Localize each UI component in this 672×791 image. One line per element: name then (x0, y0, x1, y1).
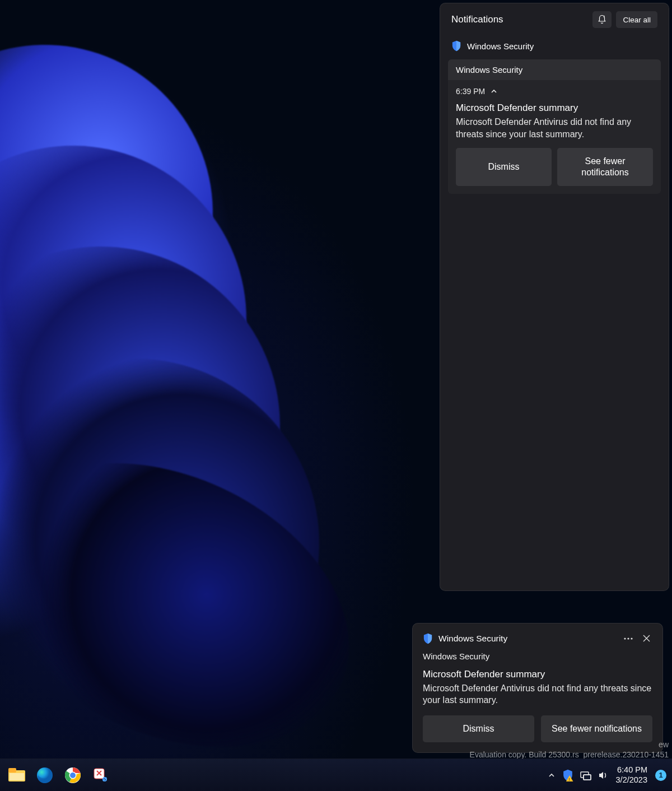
notification-app-header[interactable]: Windows Security (448, 38, 661, 59)
snipping-tool-icon (92, 767, 109, 784)
volume-icon (598, 770, 608, 780)
taskbar: ! 6:40 PM 3/2/2023 1 (0, 759, 672, 791)
taskbar-file-explorer[interactable] (8, 766, 26, 784)
svg-point-10 (70, 773, 76, 778)
svg-point-3 (631, 638, 632, 639)
toast-dismiss-button[interactable]: Dismiss (423, 715, 534, 742)
notification-settings-button[interactable]: z (592, 11, 612, 28)
toast-title: Microsoft Defender summary (423, 669, 652, 680)
taskbar-clock[interactable]: 6:40 PM 3/2/2023 (616, 765, 647, 785)
shield-warning-icon: ! (562, 769, 573, 781)
chrome-icon (64, 767, 81, 784)
svg-rect-16 (584, 775, 591, 780)
notification-count-badge[interactable]: 1 (655, 770, 666, 781)
do-not-disturb-icon: z (597, 15, 607, 25)
notification-title: Microsoft Defender summary (448, 99, 661, 115)
shield-icon (423, 633, 433, 644)
toast-app-name: Windows Security (438, 634, 617, 644)
taskbar-time: 6:40 PM (616, 765, 647, 775)
svg-text:z: z (604, 15, 605, 18)
dismiss-button[interactable]: Dismiss (456, 148, 552, 186)
tray-security-icon[interactable]: ! (562, 769, 573, 781)
tray-overflow-button[interactable] (548, 771, 556, 779)
notification-card: Windows Security 6:39 PM Microsoft Defen… (448, 59, 661, 194)
svg-point-1 (624, 638, 626, 639)
svg-point-2 (627, 638, 629, 639)
notification-card-time-row[interactable]: 6:39 PM (448, 80, 661, 99)
svg-text:!: ! (568, 777, 570, 781)
file-explorer-icon (8, 768, 25, 783)
more-icon (624, 638, 633, 640)
close-icon (643, 635, 650, 642)
toast-body: Microsoft Defender Antivirus did not fin… (423, 682, 652, 706)
notification-app-name: Windows Security (467, 41, 534, 51)
toast-notification: Windows Security Windows Security Micros… (412, 623, 663, 753)
notification-center-title: Notifications (451, 14, 503, 25)
notification-card-header[interactable]: Windows Security (448, 59, 661, 80)
notification-body: Microsoft Defender Antivirus did not fin… (448, 115, 661, 148)
clear-all-button[interactable]: Clear all (616, 11, 657, 28)
taskbar-chrome[interactable] (64, 766, 82, 784)
chevron-up-icon (548, 771, 556, 779)
taskbar-snipping-tool[interactable] (92, 766, 110, 784)
taskbar-date: 3/2/2023 (616, 775, 647, 785)
svg-rect-6 (10, 773, 24, 780)
chevron-up-icon (491, 88, 497, 95)
toast-see-fewer-button[interactable]: See fewer notifications (541, 715, 652, 742)
notification-center-panel: Notifications z Clear all Windows Securi… (440, 3, 669, 591)
see-fewer-button[interactable]: See fewer notifications (557, 148, 653, 186)
taskbar-edge[interactable] (36, 766, 54, 784)
toast-close-button[interactable] (640, 632, 652, 645)
edge-icon (36, 767, 53, 784)
desktop-watermark: ew Evaluation copy. Build 25300.rs_prere… (470, 739, 669, 760)
shield-icon (451, 40, 461, 52)
tray-network-icon[interactable] (580, 770, 591, 780)
tray-volume-icon[interactable] (598, 770, 608, 780)
toast-more-button[interactable] (622, 632, 634, 645)
network-icon (580, 770, 591, 780)
svg-rect-5 (8, 768, 16, 773)
toast-subhead: Windows Security (423, 652, 652, 661)
notification-time: 6:39 PM (456, 87, 485, 96)
